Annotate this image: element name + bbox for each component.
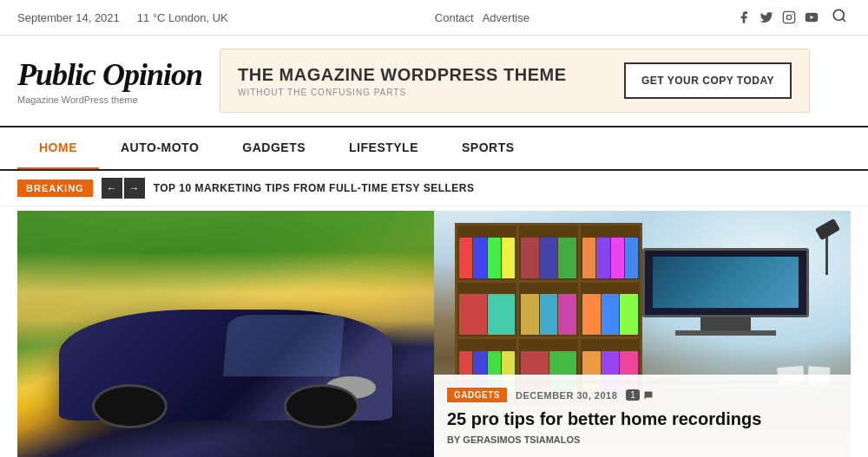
- content-area: GADGETS DECEMBER 30, 2018 1 25 pro tips …: [0, 211, 868, 457]
- top-bar-left: September 14, 2021 11 °C London, UK: [17, 11, 228, 24]
- monitor-stand: [700, 317, 751, 330]
- monitor-screen: [653, 257, 798, 308]
- shelf-2: [519, 225, 578, 280]
- shelf-5: [519, 283, 578, 337]
- nav-item-lifestyle[interactable]: LIFESTYLE: [327, 127, 440, 169]
- car-scene: [17, 211, 434, 457]
- article-overlay: GADGETS DECEMBER 30, 2018 1 25 pro tips …: [434, 375, 851, 457]
- monitor: [642, 248, 809, 317]
- breaking-label: BREAKING: [17, 180, 93, 197]
- banner-title: THE MAGAZINE WORDPRESS THEME: [238, 65, 598, 85]
- search-button[interactable]: [828, 4, 851, 31]
- bookshelf: [455, 223, 642, 396]
- shelf-3: [581, 225, 640, 280]
- car-wheel-left: [92, 384, 167, 428]
- article-comments: 1: [626, 389, 654, 401]
- banner-cta-button[interactable]: GET YOUR COPY TODAY: [624, 62, 792, 99]
- header-area: Public Opinion Magazine WordPress theme …: [0, 36, 868, 126]
- monitor-base: [675, 330, 775, 336]
- shelf-1: [457, 225, 516, 280]
- comment-icon: [643, 390, 654, 401]
- article-category[interactable]: GADGETS: [447, 388, 507, 402]
- banner-subtitle: WITHOUT THE CONFUSING PARTS: [238, 88, 598, 97]
- article-title[interactable]: 25 pro tips for better home recordings: [447, 408, 838, 430]
- shelf-4: [457, 283, 516, 337]
- desk-lamp: [817, 223, 830, 275]
- banner-text: THE MAGAZINE WORDPRESS THEME WITHOUT THE…: [238, 65, 598, 97]
- top-nav-links: Contact Advertise: [435, 11, 529, 24]
- top-bar: September 14, 2021 11 °C London, UK Cont…: [0, 0, 868, 36]
- svg-point-2: [792, 14, 792, 15]
- svg-line-5: [842, 18, 845, 21]
- site-tagline: Magazine WordPress theme: [17, 95, 202, 105]
- car-windshield: [223, 315, 345, 376]
- nav-item-auto-moto[interactable]: AUTO-MOTO: [99, 127, 220, 169]
- top-bar-right: [736, 4, 851, 31]
- featured-left-image[interactable]: [17, 211, 434, 457]
- breaking-headline: TOP 10 MARKETING TIPS FROM FULL-TIME ETS…: [154, 182, 475, 194]
- breaking-prev-button[interactable]: ←: [102, 178, 122, 199]
- date-display: September 14, 2021: [17, 11, 120, 24]
- facebook-icon[interactable]: [736, 10, 752, 25]
- article-date: DECEMBER 30, 2018: [516, 390, 617, 401]
- car-wheel-right: [284, 384, 358, 428]
- author-name[interactable]: GERASIMOS TSIAMALOS: [463, 434, 580, 445]
- svg-point-4: [833, 10, 844, 20]
- comment-count[interactable]: 1: [626, 389, 640, 401]
- breaking-next-button[interactable]: →: [124, 178, 145, 199]
- twitter-icon[interactable]: [759, 10, 774, 25]
- nav-item-home[interactable]: HOME: [17, 127, 99, 169]
- breaking-nav: ← →: [102, 178, 145, 199]
- shelf-6: [581, 283, 640, 337]
- site-title[interactable]: Public Opinion: [17, 56, 202, 93]
- instagram-icon[interactable]: [781, 10, 797, 25]
- featured-right-image[interactable]: GADGETS DECEMBER 30, 2018 1 25 pro tips …: [434, 211, 851, 457]
- svg-point-1: [786, 15, 791, 19]
- advertise-link[interactable]: Advertise: [483, 11, 529, 24]
- site-logo: Public Opinion Magazine WordPress theme: [17, 56, 202, 105]
- breaking-news-bar: BREAKING ← → TOP 10 MARKETING TIPS FROM …: [0, 171, 868, 206]
- author-by-label: by: [447, 434, 460, 445]
- nav-item-gadgets[interactable]: GADGETS: [220, 127, 327, 169]
- nav-item-sports[interactable]: SPORTS: [440, 127, 536, 169]
- monitor-area: [642, 248, 809, 336]
- youtube-icon[interactable]: [804, 10, 819, 25]
- banner-ad: THE MAGAZINE WORDPRESS THEME WITHOUT THE…: [220, 49, 810, 113]
- main-navigation: HOME AUTO-MOTO GADGETS LIFESTYLE SPORTS: [0, 126, 868, 171]
- contact-link[interactable]: Contact: [435, 11, 474, 24]
- social-icons: [736, 10, 819, 25]
- article-meta: GADGETS DECEMBER 30, 2018 1: [447, 388, 838, 402]
- svg-rect-0: [783, 11, 794, 23]
- weather-display: 11 °C London, UK: [137, 11, 228, 24]
- article-author: by GERASIMOS TSIAMALOS: [447, 434, 838, 445]
